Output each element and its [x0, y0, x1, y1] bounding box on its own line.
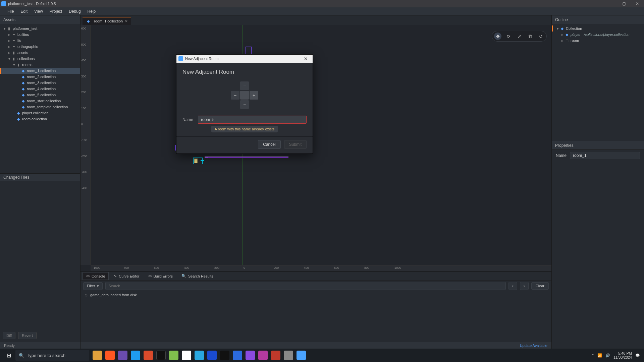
menu-file[interactable]: File — [4, 8, 17, 15]
tray-volume-icon[interactable]: 🔊 — [605, 353, 610, 358]
scene-viewport[interactable]: 6005004003002001000-100-200-300-400 -100… — [80, 25, 551, 272]
property-name-input[interactable] — [570, 152, 640, 159]
chevron-icon: ▾ — [12, 63, 16, 67]
tool-scale-icon[interactable]: ⤢ — [516, 33, 523, 40]
windows-taskbar[interactable]: ⊞ 🔍 Type here to search ˄ 📶 🔊 5:46 PM 11… — [0, 349, 644, 362]
assets-row-12[interactable]: ◆room_start.collection — [0, 98, 80, 104]
dialog-name-input[interactable] — [198, 116, 307, 124]
scene-canvas[interactable] — [91, 25, 551, 265]
tray-clock[interactable]: 5:46 PM 11/30/2024 — [613, 351, 632, 359]
close-window-button[interactable]: ✕ — [631, 0, 644, 7]
taskbar-app-gamepad[interactable] — [284, 351, 293, 360]
ruler-y-tick: -400 — [81, 186, 87, 190]
taskbar-app-explorer[interactable] — [93, 351, 102, 360]
console-output[interactable]: ⊙game_data loaded from disk — [80, 291, 551, 342]
submit-button[interactable]: Submit — [284, 140, 307, 149]
dialog-titlebar[interactable]: New Adjacent Room ✕ — [176, 55, 313, 63]
scene-platform[interactable] — [205, 157, 288, 158]
assets-row-10[interactable]: ◆room_4.collection — [0, 86, 80, 92]
console-search-input[interactable] — [105, 282, 505, 290]
assets-row-6[interactable]: ▾▮rooms — [0, 62, 80, 68]
tab-room-1-collection[interactable]: ◆ room_1.collection ✕ — [83, 17, 131, 25]
assets-row-9[interactable]: ◆room_3.collection — [0, 80, 80, 86]
bottom-tab-curve-editor[interactable]: ∿ Curve Editor — [110, 272, 143, 280]
taskbar-app-defold[interactable] — [297, 351, 306, 360]
search-next-button[interactable]: › — [520, 282, 529, 290]
outline-row-1[interactable]: ▸◆player - /collections/player.collectio… — [552, 32, 644, 38]
update-available-link[interactable]: Update Available — [520, 344, 547, 348]
assets-row-5[interactable]: ▾▮collections — [0, 56, 80, 62]
taskbar-search[interactable]: 🔍 Type here to search — [15, 350, 89, 361]
taskbar-app-game[interactable] — [144, 351, 153, 360]
assets-row-13[interactable]: ◆room_template.collection — [0, 104, 80, 110]
tool-move-icon[interactable]: ✥ — [494, 33, 501, 40]
maximize-button[interactable]: ▢ — [617, 0, 631, 7]
taskbar-app-d[interactable] — [195, 351, 204, 360]
menu-view[interactable]: View — [31, 8, 46, 15]
status-text: Ready — [4, 344, 15, 348]
assets-row-2[interactable]: ▸✦lfs — [0, 38, 80, 44]
outline-tree[interactable]: ▾◆Collection▸◆player - /collections/play… — [552, 24, 644, 141]
tool-reload-icon[interactable]: ↺ — [537, 33, 544, 40]
taskbar-app-grid[interactable] — [118, 351, 127, 360]
bottom-tab-console[interactable]: ▭ Console — [83, 272, 109, 280]
assets-row-8[interactable]: ◆room_2.collection — [0, 74, 80, 80]
dialog-close-button[interactable]: ✕ — [301, 56, 311, 61]
outline-row-2[interactable]: ▸◻room — [552, 38, 644, 44]
outline-row-0[interactable]: ▾◆Collection — [552, 25, 644, 32]
start-button[interactable]: ⊞ — [2, 349, 15, 362]
filter-dropdown[interactable]: Filter ▾ — [83, 282, 103, 290]
dpad-left[interactable]: − — [231, 91, 239, 100]
search-prev-button[interactable]: ‹ — [508, 282, 517, 290]
close-tab-icon[interactable]: ✕ — [125, 19, 128, 23]
taskbar-app-brave[interactable] — [105, 351, 115, 360]
tray-wifi-icon[interactable]: 📶 — [597, 353, 602, 358]
revert-button[interactable]: Revert — [18, 332, 36, 339]
assets-row-11[interactable]: ◆room_5.collection — [0, 92, 80, 98]
tool-rotate-icon[interactable]: ⟳ — [505, 33, 512, 40]
assets-row-3[interactable]: ▸✦orthographic — [0, 44, 80, 50]
dpad-down[interactable]: − — [240, 100, 249, 109]
folder-icon: ▮ — [11, 50, 16, 55]
menu-edit[interactable]: Edit — [17, 8, 31, 15]
tree-label: room_3.collection — [27, 81, 56, 85]
editor-area: ◆ room_1.collection ✕ 600500400300200100… — [80, 15, 551, 349]
taskbar-app-controller[interactable] — [246, 351, 255, 360]
taskbar-app-vscode[interactable] — [131, 351, 140, 360]
menu-help[interactable]: Help — [84, 8, 99, 15]
taskbar-app-m[interactable] — [258, 351, 268, 360]
bottom-panel: ▭ Console ∿ Curve Editor ▭ Build Errors … — [80, 272, 551, 342]
diff-button[interactable]: Diff — [3, 332, 15, 339]
taskbar-app-notes[interactable] — [169, 351, 178, 360]
clear-button[interactable]: Clear — [531, 282, 549, 290]
taskbar-app-black[interactable] — [220, 351, 229, 360]
minimize-button[interactable]: — — [604, 0, 617, 7]
scene-player-object[interactable] — [194, 158, 202, 164]
menu-debug[interactable]: Debug — [65, 8, 84, 15]
taskbar-app-obs[interactable] — [156, 351, 166, 360]
taskbar-app-blue[interactable] — [233, 351, 242, 360]
assets-row-15[interactable]: ◆room.collection — [0, 116, 80, 122]
menu-project[interactable]: Project — [46, 8, 65, 15]
cancel-button[interactable]: Cancel — [258, 140, 280, 149]
assets-tree[interactable]: ▾▮platformer_test▸✦builtins▸✦lfs▸✦orthog… — [0, 24, 80, 173]
gizmo-handle[interactable] — [201, 160, 204, 161]
dpad-up[interactable]: − — [240, 81, 249, 90]
taskbar-app-filezilla[interactable] — [271, 351, 280, 360]
tray-notifications-icon[interactable]: 💬 — [635, 353, 640, 358]
right-panel: Outline ▾◆Collection▸◆player - /collecti… — [551, 15, 644, 349]
system-tray[interactable]: ˄ 📶 🔊 5:46 PM 11/30/2024 💬 — [592, 351, 642, 359]
obj-icon: ◻ — [565, 38, 569, 43]
assets-row-14[interactable]: ◆player.collection — [0, 110, 80, 116]
taskbar-app-powershell[interactable] — [207, 351, 217, 360]
assets-row-1[interactable]: ▸✦builtins — [0, 32, 80, 38]
tool-trash-icon[interactable]: 🗑 — [526, 33, 534, 40]
bottom-tab-build-errors[interactable]: ▭ Build Errors — [145, 272, 176, 280]
assets-row-0[interactable]: ▾▮platformer_test — [0, 25, 80, 32]
taskbar-app-mail[interactable] — [182, 351, 191, 360]
bottom-tab-search-results[interactable]: 🔍 Search Results — [178, 272, 217, 280]
tray-chevron-icon[interactable]: ˄ — [592, 353, 594, 358]
dpad-right[interactable]: + — [250, 91, 258, 100]
assets-row-4[interactable]: ▸▮assets — [0, 50, 80, 56]
assets-row-7[interactable]: ◆room_1.collection — [0, 68, 80, 74]
